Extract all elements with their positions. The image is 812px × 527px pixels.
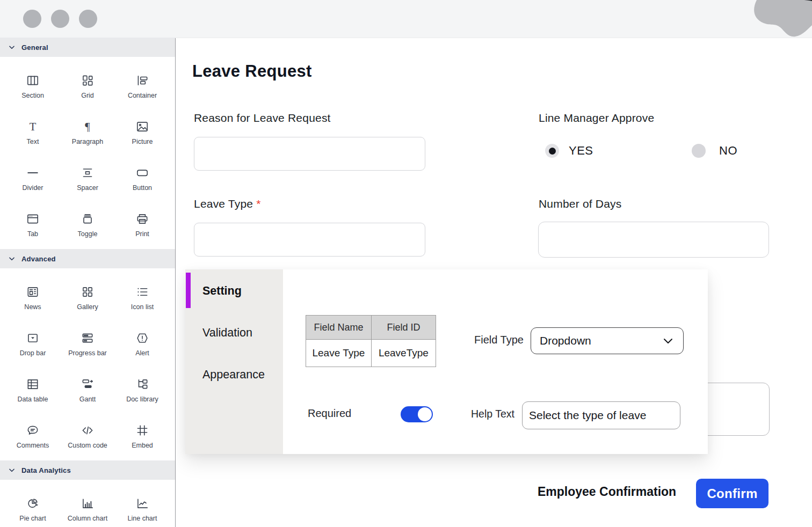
drop-bar-icon (26, 331, 40, 345)
palette-item-label: Pie chart (19, 515, 46, 522)
palette-item-label: Container (128, 92, 157, 99)
palette-item-toggle[interactable]: Toggle (60, 202, 115, 248)
active-tab-indicator (186, 273, 191, 308)
required-label: Required (308, 407, 351, 420)
palette-item-label: News (24, 303, 41, 311)
palette-item-news[interactable]: News (5, 275, 60, 321)
decorative-blob (742, 0, 812, 42)
palette-item-print[interactable]: Print (115, 202, 170, 248)
window-controls (23, 10, 97, 28)
tab-validation[interactable]: Validation (202, 326, 252, 340)
chevron-down-icon (8, 466, 16, 474)
section-header-label: Data Analytics (21, 466, 71, 474)
field-table-header-name: Field Name (306, 316, 372, 340)
palette-item-label: Line chart (128, 515, 157, 522)
palette-item-section[interactable]: Section (5, 63, 60, 109)
field-type-dropdown[interactable]: Dropdown (531, 327, 684, 354)
section-header-general[interactable]: General (0, 38, 175, 57)
field-table-row: Leave Type LeaveType (306, 340, 436, 367)
palette-item-grid[interactable]: Grid (60, 63, 115, 109)
toggle-knob (418, 407, 432, 421)
palette-item-doc-library[interactable]: Doc library (115, 367, 170, 413)
palette-item-comments[interactable]: Comments (5, 413, 60, 459)
chevron-down-icon (8, 43, 16, 51)
section-header-label: General (21, 43, 48, 52)
palette-item-label: Spacer (77, 184, 98, 192)
field-type-label: Field Type (474, 334, 524, 346)
palette-item-picture[interactable]: Picture (115, 109, 170, 156)
required-asterisk: * (256, 197, 260, 210)
radio-no-label: NO (719, 144, 737, 158)
tab-icon (26, 212, 40, 226)
palette-item-divider[interactable]: Divider (5, 156, 60, 202)
toggle-icon (81, 212, 95, 226)
section-header-advanced[interactable]: Advanced (0, 249, 175, 268)
section-icon (26, 74, 40, 87)
section-header-label: Advanced (21, 255, 56, 263)
required-toggle[interactable] (401, 406, 433, 422)
button-icon (135, 166, 149, 180)
palette-item-label: Alert (135, 349, 149, 357)
gantt-icon (81, 377, 95, 391)
tab-appearance[interactable]: Appearance (202, 368, 265, 382)
palette-item-custom-code[interactable]: Custom code (60, 413, 115, 459)
palette-item-line-chart[interactable]: Line chart (115, 486, 170, 527)
confirm-button[interactable]: Confirm (696, 479, 769, 508)
palette-item-label: Paragraph (72, 138, 103, 145)
gallery-icon (81, 285, 95, 299)
palette-item-tab[interactable]: Tab (5, 202, 60, 248)
reason-input[interactable] (194, 137, 425, 171)
palette-item-gantt[interactable]: Gantt (60, 367, 115, 413)
field-table: Field Name Field ID Leave Type LeaveType (306, 315, 436, 367)
leave-type-label: Leave Type* (194, 197, 261, 210)
palette-item-embed[interactable]: Embed (115, 413, 170, 459)
window-control-dot-3[interactable] (79, 10, 97, 28)
palette-item-button[interactable]: Button (115, 156, 170, 202)
palette-item-paragraph[interactable]: ¶Paragraph (60, 109, 115, 156)
comments-icon (26, 423, 40, 437)
embed-icon (135, 423, 149, 437)
palette-item-icon-list[interactable]: Icon list (115, 275, 170, 321)
help-text-label: Help Text (471, 408, 514, 420)
palette-item-alert[interactable]: Alert (115, 321, 170, 367)
tab-setting[interactable]: Setting (202, 284, 242, 298)
palette-item-progress-bar[interactable]: Progress bar (60, 321, 115, 367)
chevron-down-icon (8, 255, 16, 262)
leave-type-label-text: Leave Type (194, 197, 253, 210)
palette-item-label: Text (27, 138, 39, 145)
data-table-icon (26, 377, 40, 391)
palette-item-spacer[interactable]: Spacer (60, 156, 115, 202)
radio-yes[interactable] (545, 144, 559, 158)
page-title: Leave Request (192, 62, 312, 81)
radio-yes-label: YES (569, 144, 593, 158)
field-type-dropdown-value: Dropdown (540, 334, 662, 347)
sidebar: GeneralSectionGridContainerTText¶Paragra… (0, 38, 176, 527)
leave-type-input[interactable] (194, 223, 425, 257)
palette-item-text[interactable]: TText (5, 109, 60, 156)
radio-no[interactable] (692, 144, 706, 158)
field-table-cell-name: Leave Type (306, 340, 372, 367)
spacer-icon (81, 166, 95, 180)
doc-library-icon (135, 377, 149, 391)
number-of-days-label: Number of Days (539, 197, 622, 210)
reason-label: Reason for Leave Request (194, 112, 331, 125)
window-control-dot-1[interactable] (23, 10, 41, 28)
palette-item-gallery[interactable]: Gallery (60, 275, 115, 321)
palette-item-column-chart[interactable]: Column chart (60, 486, 115, 527)
palette-item-pie-chart[interactable]: Pie chart (5, 486, 60, 527)
line-chart-icon (135, 496, 149, 510)
help-text-input[interactable]: Select the type of leave (522, 401, 680, 429)
palette-item-data-table[interactable]: Data table (5, 367, 60, 413)
palette-item-label: Toggle (78, 230, 98, 238)
number-of-days-input[interactable] (538, 222, 769, 258)
radio-selected-dot (549, 148, 556, 155)
section-header-data-analytics[interactable]: Data Analytics (0, 460, 175, 480)
palette-item-label: Gantt (79, 396, 96, 403)
palette-item-container[interactable]: Container (115, 63, 170, 109)
palette-grid-general: SectionGridContainerTText¶ParagraphPictu… (0, 57, 175, 249)
line-manager-label: Line Manager Approve (539, 112, 654, 125)
svg-text:T: T (30, 121, 37, 133)
palette-item-drop-bar[interactable]: Drop bar (5, 321, 60, 367)
window-control-dot-2[interactable] (51, 10, 69, 28)
field-table-cell-id: LeaveType (371, 340, 436, 367)
